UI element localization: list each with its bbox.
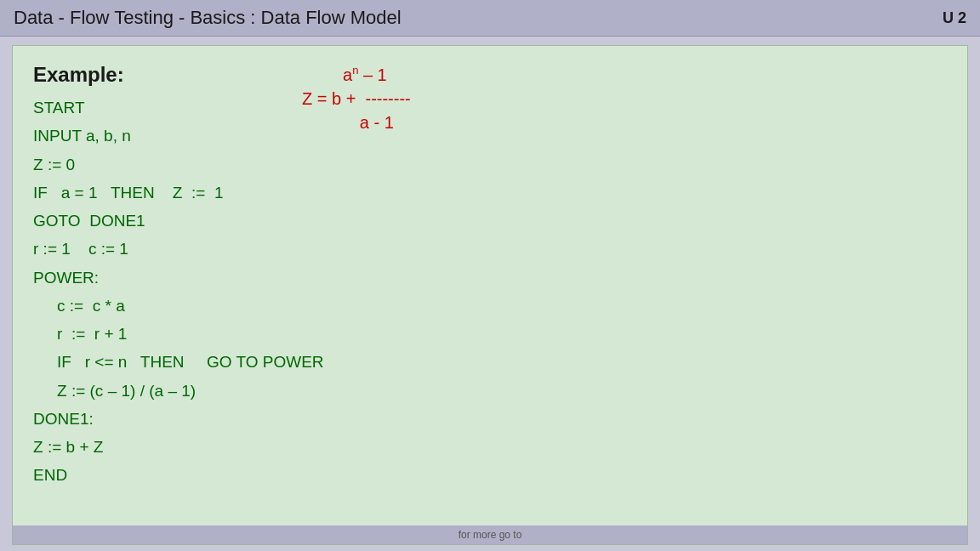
code-line-power-label: POWER: bbox=[33, 264, 947, 292]
example-heading: Example: bbox=[33, 63, 947, 87]
code-line-start: START bbox=[33, 94, 947, 122]
formula-z-equals: Z = b + -------- bbox=[302, 87, 411, 111]
code-line-z-final: Z := b + Z bbox=[33, 433, 947, 461]
unit-label: U 2 bbox=[943, 9, 966, 27]
code-line-done1: DONE1: bbox=[33, 405, 947, 433]
code-line-if1: IF a = 1 THEN Z := 1 bbox=[33, 179, 947, 207]
code-line-z-calc: Z := (c – 1) / (a – 1) bbox=[33, 377, 947, 405]
bottom-text: for more go to bbox=[459, 529, 522, 541]
formula-denominator: a - 1 bbox=[302, 111, 411, 134]
code-block: START INPUT a, b, n Z := 0 IF a = 1 THEN… bbox=[33, 94, 947, 490]
bottom-bar: for more go to bbox=[13, 525, 967, 544]
formula-fraction-row: Z = b + -------- bbox=[302, 87, 411, 111]
code-line-z0: Z := 0 bbox=[33, 151, 947, 179]
page-title: Data - Flow Testing - Basics : Data Flow… bbox=[14, 7, 402, 29]
code-line-c-assign: c := c * a bbox=[33, 292, 947, 320]
code-line-end: END bbox=[33, 461, 947, 489]
content-area: Example: an – 1 Z = b + -------- a - 1 S… bbox=[12, 45, 968, 545]
formula-container: an – 1 Z = b + -------- a - 1 bbox=[302, 63, 411, 134]
code-line-rc: r := 1 c := 1 bbox=[33, 235, 947, 263]
code-line-if-r: IF r <= n THEN GO TO POWER bbox=[33, 348, 947, 376]
title-bar: Data - Flow Testing - Basics : Data Flow… bbox=[0, 0, 980, 37]
code-line-goto: GOTO DONE1 bbox=[33, 207, 947, 235]
formula-numerator: an – 1 bbox=[302, 63, 411, 87]
code-line-r-inc: r := r + 1 bbox=[33, 320, 947, 348]
code-line-input: INPUT a, b, n bbox=[33, 122, 947, 150]
